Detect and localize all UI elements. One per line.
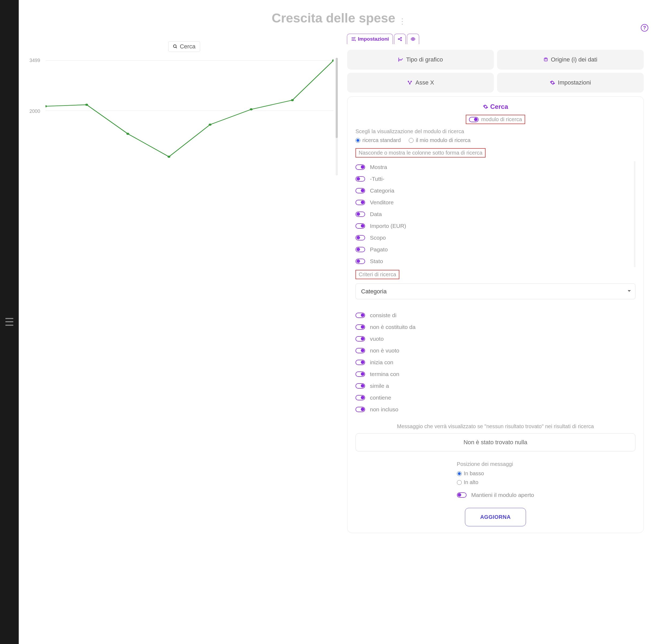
- toggle-search-module[interactable]: [469, 117, 479, 122]
- radio-pos-top[interactable]: In alto: [457, 479, 534, 485]
- svg-line-16: [399, 39, 401, 40]
- toggle-row: Pagato: [355, 244, 635, 255]
- choose-view-label: Scegli la visualizzazione del modulo di …: [355, 129, 635, 135]
- toggle[interactable]: [355, 188, 365, 193]
- database-icon: [543, 57, 548, 62]
- toggle[interactable]: [355, 395, 365, 400]
- svg-point-10: [291, 99, 294, 101]
- share-icon: [397, 37, 402, 42]
- toggle-label: Stato: [370, 258, 383, 264]
- module-toggle-highlight: modulo di ricerca: [466, 115, 525, 124]
- toggle-row: vuoto: [355, 333, 635, 345]
- chart-panel: Cerca 3499 2000: [29, 34, 339, 538]
- radio-pos-bottom-input[interactable]: [457, 471, 462, 476]
- tab-visibility[interactable]: [407, 34, 419, 44]
- btn-data-source[interactable]: Origine (i) dei dati: [497, 50, 644, 70]
- btn-data-source-label: Origine (i) dei dati: [551, 56, 597, 63]
- svg-point-8: [208, 123, 212, 126]
- tab-share[interactable]: [394, 34, 406, 44]
- chart-scrollbar[interactable]: [336, 58, 338, 176]
- drag-handle-icon[interactable]: ⋮: [399, 17, 406, 25]
- toggle[interactable]: [355, 360, 365, 365]
- svg-point-20: [410, 84, 410, 84]
- toggle-row: -Tutti-: [355, 173, 635, 185]
- criteria-select[interactable]: Categoria: [355, 283, 635, 299]
- toggle[interactable]: [355, 223, 365, 229]
- list-scrollbar[interactable]: [634, 161, 635, 267]
- radio-standard-search[interactable]: ricerca standard: [355, 137, 401, 143]
- toggle[interactable]: [355, 407, 365, 412]
- hide-show-label: Nasconde o mostra le colonne sotto forma…: [359, 150, 482, 156]
- svg-line-15: [399, 38, 401, 39]
- radio-standard-input[interactable]: [355, 138, 360, 143]
- toggle-label: consiste di: [370, 312, 396, 319]
- btn-settings-label: Impostazioni: [558, 79, 591, 86]
- toggle-label: vuoto: [370, 336, 383, 342]
- toggle-row: Venditore: [355, 197, 635, 208]
- toggle[interactable]: [355, 235, 365, 240]
- svg-point-4: [45, 106, 47, 108]
- toggle-label: Scopo: [370, 234, 386, 241]
- toggle-row: non incluso: [355, 404, 635, 415]
- radio-pos-top-input[interactable]: [457, 480, 462, 485]
- toggle-row: Importo (EUR): [355, 220, 635, 232]
- chart-icon: [398, 57, 403, 62]
- btn-chart-type[interactable]: Tipo di grafico: [347, 50, 494, 70]
- chart-search-button[interactable]: Cerca: [168, 41, 200, 52]
- toggle-label: Importo (EUR): [370, 223, 406, 229]
- toggle[interactable]: [355, 336, 365, 342]
- btn-x-axis[interactable]: Asse X: [347, 73, 494, 93]
- toggle[interactable]: [355, 164, 365, 170]
- toggle[interactable]: [355, 200, 365, 205]
- svg-line-1: [176, 47, 177, 48]
- sliders-icon: [351, 37, 356, 42]
- toggle[interactable]: [355, 313, 365, 318]
- svg-point-17: [413, 39, 414, 40]
- tab-settings[interactable]: Impostazioni: [347, 34, 393, 44]
- criteria-highlight: Criteri di ricerca: [355, 270, 399, 279]
- toggle-label: Categoria: [370, 187, 394, 194]
- update-button[interactable]: AGGIORNA: [465, 508, 526, 526]
- gear-icon: [550, 80, 555, 85]
- eye-icon: [410, 37, 416, 42]
- menu-icon[interactable]: ☰: [4, 316, 14, 328]
- no-result-msg-label: Messaggio che verrà visualizzato se "nes…: [355, 423, 635, 430]
- y-tick-2000: 2000: [29, 109, 40, 114]
- search-settings-card: Cerca modulo di ricerca Scegli la visual…: [347, 96, 644, 533]
- radio-custom-input[interactable]: [409, 138, 414, 143]
- svg-point-9: [250, 108, 253, 111]
- toggle-label: non incluso: [370, 406, 398, 413]
- svg-point-0: [173, 45, 176, 48]
- toggle-row: Scopo: [355, 232, 635, 244]
- svg-point-5: [85, 104, 88, 106]
- toggle-row: Stato: [355, 255, 635, 267]
- svg-point-18: [544, 58, 547, 59]
- keep-open-label: Mantieni il modulo aperto: [471, 492, 534, 498]
- toggle-row: contiene: [355, 392, 635, 404]
- toggle-label: Mostra: [370, 164, 387, 170]
- toggle-keep-open[interactable]: [457, 492, 466, 498]
- svg-point-21: [411, 81, 412, 82]
- toggle-label: contiene: [370, 394, 391, 401]
- module-toggle-label: modulo di ricerca: [481, 116, 522, 122]
- btn-settings[interactable]: Impostazioni: [497, 73, 644, 93]
- help-icon[interactable]: ?: [641, 24, 648, 31]
- toggle-row: Mostra: [355, 161, 635, 173]
- toggle-row: inizia con: [355, 356, 635, 368]
- toggle[interactable]: [355, 324, 365, 330]
- toggle[interactable]: [355, 259, 365, 264]
- toggle[interactable]: [355, 383, 365, 389]
- toggle-label: non è costituito da: [370, 324, 415, 330]
- toggle[interactable]: [355, 371, 365, 377]
- radio-pos-bottom[interactable]: In basso: [457, 470, 534, 477]
- position-label: Posizione dei messaggi: [457, 461, 534, 467]
- toggle[interactable]: [355, 348, 365, 353]
- radio-custom-search[interactable]: il mio modulo di ricerca: [409, 137, 470, 143]
- toggle[interactable]: [355, 176, 365, 182]
- toggle[interactable]: [355, 211, 365, 217]
- toggle-label: inizia con: [370, 359, 394, 366]
- toggle[interactable]: [355, 247, 365, 252]
- toggle-label: simile a: [370, 383, 389, 389]
- no-result-msg-input[interactable]: [355, 433, 635, 452]
- toggle-label: -Tutti-: [370, 176, 385, 182]
